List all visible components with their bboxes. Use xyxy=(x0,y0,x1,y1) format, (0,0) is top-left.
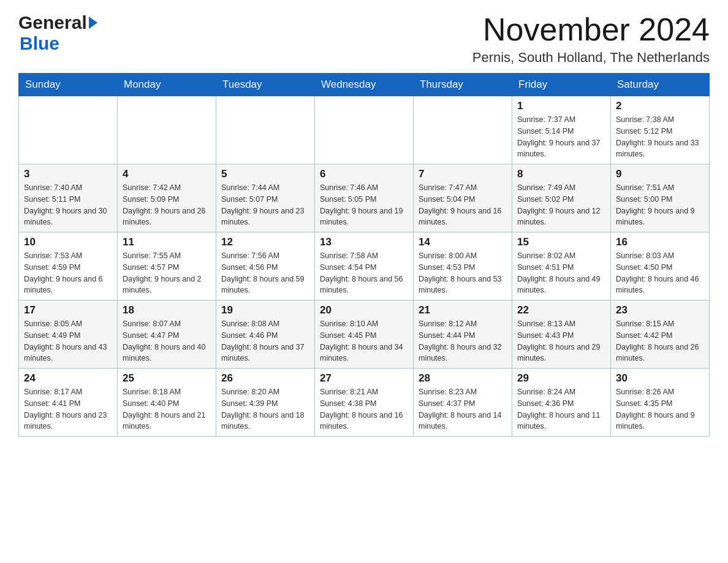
calendar-cell xyxy=(118,96,216,164)
day-number: 5 xyxy=(221,168,309,180)
location-subtitle: Pernis, South Holland, The Netherlands xyxy=(472,50,710,66)
calendar-cell: 27Sunrise: 8:21 AMSunset: 4:38 PMDayligh… xyxy=(315,369,414,437)
day-info: Sunrise: 7:46 AMSunset: 5:05 PMDaylight:… xyxy=(320,182,408,228)
calendar-cell: 22Sunrise: 8:13 AMSunset: 4:43 PMDayligh… xyxy=(512,301,611,369)
day-info: Sunrise: 8:18 AMSunset: 4:40 PMDaylight:… xyxy=(123,386,211,432)
calendar-cell: 23Sunrise: 8:15 AMSunset: 4:42 PMDayligh… xyxy=(611,301,710,369)
weekday-header-sunday: Sunday xyxy=(19,74,118,96)
calendar-cell: 6Sunrise: 7:46 AMSunset: 5:05 PMDaylight… xyxy=(315,164,414,232)
weekday-header-friday: Friday xyxy=(512,74,611,96)
calendar-cell: 28Sunrise: 8:23 AMSunset: 4:37 PMDayligh… xyxy=(414,369,512,437)
day-info: Sunrise: 7:55 AMSunset: 4:57 PMDaylight:… xyxy=(123,250,211,296)
day-info: Sunrise: 7:38 AMSunset: 5:12 PMDaylight:… xyxy=(616,114,704,160)
day-number: 30 xyxy=(616,372,704,385)
day-number: 11 xyxy=(123,236,211,248)
day-info: Sunrise: 8:00 AMSunset: 4:53 PMDaylight:… xyxy=(419,250,507,296)
day-info: Sunrise: 7:53 AMSunset: 4:59 PMDaylight:… xyxy=(24,250,112,296)
calendar-cell: 14Sunrise: 8:00 AMSunset: 4:53 PMDayligh… xyxy=(414,232,512,301)
logo-arrow-icon xyxy=(89,17,97,29)
day-number: 18 xyxy=(123,304,211,316)
day-number: 1 xyxy=(517,100,605,112)
day-number: 26 xyxy=(221,372,309,385)
day-number: 20 xyxy=(320,304,408,316)
day-info: Sunrise: 8:03 AMSunset: 4:50 PMDaylight:… xyxy=(616,250,704,296)
calendar-cell: 7Sunrise: 7:47 AMSunset: 5:04 PMDaylight… xyxy=(414,164,512,232)
day-number: 19 xyxy=(221,304,309,316)
logo: General Blue xyxy=(18,12,97,54)
calendar-week-row: 3Sunrise: 7:40 AMSunset: 5:11 PMDaylight… xyxy=(19,164,710,232)
calendar-cell: 21Sunrise: 8:12 AMSunset: 4:44 PMDayligh… xyxy=(414,301,512,369)
day-number: 10 xyxy=(24,236,112,248)
weekday-header-row: SundayMondayTuesdayWednesdayThursdayFrid… xyxy=(19,74,710,96)
calendar-cell: 4Sunrise: 7:42 AMSunset: 5:09 PMDaylight… xyxy=(118,164,216,232)
day-info: Sunrise: 8:05 AMSunset: 4:49 PMDaylight:… xyxy=(24,318,112,364)
calendar-week-row: 10Sunrise: 7:53 AMSunset: 4:59 PMDayligh… xyxy=(19,232,710,301)
calendar-week-row: 17Sunrise: 8:05 AMSunset: 4:49 PMDayligh… xyxy=(19,301,710,369)
day-number: 24 xyxy=(24,372,112,385)
day-number: 22 xyxy=(517,304,605,316)
day-number: 13 xyxy=(320,236,408,248)
day-info: Sunrise: 8:21 AMSunset: 4:38 PMDaylight:… xyxy=(320,386,408,432)
day-info: Sunrise: 7:37 AMSunset: 5:14 PMDaylight:… xyxy=(517,114,605,160)
day-number: 3 xyxy=(24,168,112,180)
weekday-header-thursday: Thursday xyxy=(414,74,512,96)
calendar-week-row: 1Sunrise: 7:37 AMSunset: 5:14 PMDaylight… xyxy=(19,96,710,164)
calendar-cell: 20Sunrise: 8:10 AMSunset: 4:45 PMDayligh… xyxy=(315,301,414,369)
day-info: Sunrise: 7:42 AMSunset: 5:09 PMDaylight:… xyxy=(123,182,211,228)
day-info: Sunrise: 7:56 AMSunset: 4:56 PMDaylight:… xyxy=(221,250,309,296)
calendar-cell: 10Sunrise: 7:53 AMSunset: 4:59 PMDayligh… xyxy=(19,232,118,301)
calendar-table: SundayMondayTuesdayWednesdayThursdayFrid… xyxy=(18,73,710,437)
calendar-cell: 12Sunrise: 7:56 AMSunset: 4:56 PMDayligh… xyxy=(216,232,315,301)
calendar-cell: 18Sunrise: 8:07 AMSunset: 4:47 PMDayligh… xyxy=(118,301,216,369)
calendar-cell: 2Sunrise: 7:38 AMSunset: 5:12 PMDaylight… xyxy=(611,96,710,164)
weekday-header-wednesday: Wednesday xyxy=(315,74,414,96)
weekday-header-tuesday: Tuesday xyxy=(216,74,315,96)
month-year-title: November 2024 xyxy=(472,12,710,47)
calendar-cell: 26Sunrise: 8:20 AMSunset: 4:39 PMDayligh… xyxy=(216,369,315,437)
day-number: 2 xyxy=(616,100,704,112)
calendar-cell: 25Sunrise: 8:18 AMSunset: 4:40 PMDayligh… xyxy=(118,369,216,437)
day-info: Sunrise: 8:17 AMSunset: 4:41 PMDaylight:… xyxy=(24,386,112,432)
day-number: 6 xyxy=(320,168,408,180)
day-info: Sunrise: 7:51 AMSunset: 5:00 PMDaylight:… xyxy=(616,182,704,228)
day-number: 28 xyxy=(419,372,507,385)
day-info: Sunrise: 7:58 AMSunset: 4:54 PMDaylight:… xyxy=(320,250,408,296)
calendar-header: SundayMondayTuesdayWednesdayThursdayFrid… xyxy=(19,74,710,96)
calendar-cell: 16Sunrise: 8:03 AMSunset: 4:50 PMDayligh… xyxy=(611,232,710,301)
weekday-header-monday: Monday xyxy=(118,74,216,96)
calendar-cell xyxy=(19,96,118,164)
calendar-body: 1Sunrise: 7:37 AMSunset: 5:14 PMDaylight… xyxy=(19,96,710,437)
day-number: 12 xyxy=(221,236,309,248)
day-info: Sunrise: 8:23 AMSunset: 4:37 PMDaylight:… xyxy=(419,386,507,432)
day-info: Sunrise: 8:12 AMSunset: 4:44 PMDaylight:… xyxy=(419,318,507,364)
day-number: 25 xyxy=(123,372,211,385)
title-block: November 2024 Pernis, South Holland, The… xyxy=(472,12,710,66)
day-info: Sunrise: 8:08 AMSunset: 4:46 PMDaylight:… xyxy=(221,318,309,364)
calendar-cell: 8Sunrise: 7:49 AMSunset: 5:02 PMDaylight… xyxy=(512,164,611,232)
calendar-cell xyxy=(414,96,512,164)
day-info: Sunrise: 7:47 AMSunset: 5:04 PMDaylight:… xyxy=(419,182,507,228)
day-number: 17 xyxy=(24,304,112,316)
day-number: 23 xyxy=(616,304,704,316)
calendar-cell: 15Sunrise: 8:02 AMSunset: 4:51 PMDayligh… xyxy=(512,232,611,301)
weekday-header-saturday: Saturday xyxy=(611,74,710,96)
calendar-cell: 11Sunrise: 7:55 AMSunset: 4:57 PMDayligh… xyxy=(118,232,216,301)
day-info: Sunrise: 8:15 AMSunset: 4:42 PMDaylight:… xyxy=(616,318,704,364)
calendar-cell: 24Sunrise: 8:17 AMSunset: 4:41 PMDayligh… xyxy=(19,369,118,437)
day-info: Sunrise: 8:20 AMSunset: 4:39 PMDaylight:… xyxy=(221,386,309,432)
day-info: Sunrise: 8:26 AMSunset: 4:35 PMDaylight:… xyxy=(616,386,704,432)
day-number: 9 xyxy=(616,168,704,180)
logo-blue-text: Blue xyxy=(20,33,59,54)
day-number: 16 xyxy=(616,236,704,248)
calendar-cell: 30Sunrise: 8:26 AMSunset: 4:35 PMDayligh… xyxy=(611,369,710,437)
day-number: 15 xyxy=(517,236,605,248)
day-info: Sunrise: 8:13 AMSunset: 4:43 PMDaylight:… xyxy=(517,318,605,364)
calendar-cell: 19Sunrise: 8:08 AMSunset: 4:46 PMDayligh… xyxy=(216,301,315,369)
logo-general-text: General xyxy=(18,12,87,33)
day-info: Sunrise: 8:02 AMSunset: 4:51 PMDaylight:… xyxy=(517,250,605,296)
day-number: 27 xyxy=(320,372,408,385)
calendar-cell: 3Sunrise: 7:40 AMSunset: 5:11 PMDaylight… xyxy=(19,164,118,232)
day-info: Sunrise: 7:44 AMSunset: 5:07 PMDaylight:… xyxy=(221,182,309,228)
page-header: General Blue November 2024 Pernis, South… xyxy=(18,12,710,66)
calendar-cell: 17Sunrise: 8:05 AMSunset: 4:49 PMDayligh… xyxy=(19,301,118,369)
